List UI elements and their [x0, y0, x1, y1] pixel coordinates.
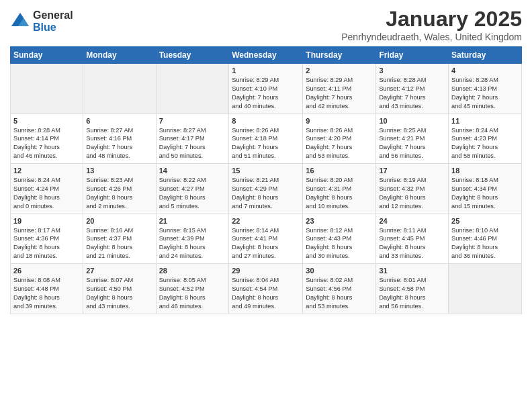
- day-info: Sunrise: 8:17 AM Sunset: 4:36 PM Dayligh…: [13, 226, 80, 261]
- day-number: 1: [232, 66, 300, 75]
- day-info: Sunrise: 8:16 AM Sunset: 4:37 PM Dayligh…: [86, 226, 152, 261]
- calendar-cell: 14Sunrise: 8:22 AM Sunset: 4:27 PM Dayli…: [156, 164, 229, 214]
- day-info: Sunrise: 8:25 AM Sunset: 4:21 PM Dayligh…: [379, 126, 445, 161]
- weekday-friday: Friday: [376, 47, 449, 64]
- calendar-cell: 10Sunrise: 8:25 AM Sunset: 4:21 PM Dayli…: [376, 113, 449, 164]
- day-info: Sunrise: 8:26 AM Sunset: 4:20 PM Dayligh…: [306, 126, 373, 161]
- calendar-cell: 30Sunrise: 8:02 AM Sunset: 4:56 PM Dayli…: [303, 264, 376, 314]
- calendar-cell: 8Sunrise: 8:26 AM Sunset: 4:18 PM Daylig…: [229, 113, 303, 164]
- day-number: 22: [232, 217, 300, 225]
- day-number: 15: [232, 167, 300, 175]
- day-info: Sunrise: 8:18 AM Sunset: 4:34 PM Dayligh…: [451, 176, 519, 211]
- weekday-monday: Monday: [83, 47, 156, 64]
- day-number: 6: [86, 117, 152, 125]
- weekday-thursday: Thursday: [303, 47, 376, 64]
- day-info: Sunrise: 8:29 AM Sunset: 4:11 PM Dayligh…: [306, 76, 373, 111]
- header: General Blue January 2025 Penrhyndeudrae…: [10, 7, 522, 42]
- day-number: 27: [86, 267, 152, 275]
- day-number: 11: [451, 117, 519, 125]
- calendar-cell: [11, 64, 83, 114]
- day-number: 18: [451, 167, 519, 175]
- calendar-week-3: 19Sunrise: 8:17 AM Sunset: 4:36 PM Dayli…: [11, 214, 522, 264]
- calendar-cell: 25Sunrise: 8:10 AM Sunset: 4:46 PM Dayli…: [449, 214, 522, 264]
- calendar-cell: 4Sunrise: 8:28 AM Sunset: 4:13 PM Daylig…: [449, 64, 522, 114]
- day-info: Sunrise: 8:24 AM Sunset: 4:24 PM Dayligh…: [13, 176, 80, 211]
- day-number: 25: [451, 217, 519, 225]
- day-info: Sunrise: 8:20 AM Sunset: 4:31 PM Dayligh…: [306, 176, 373, 211]
- day-number: 8: [232, 117, 300, 125]
- calendar-cell: 22Sunrise: 8:14 AM Sunset: 4:41 PM Dayli…: [229, 214, 303, 264]
- day-info: Sunrise: 8:28 AM Sunset: 4:13 PM Dayligh…: [451, 76, 519, 111]
- day-number: 28: [159, 267, 226, 275]
- weekday-saturday: Saturday: [449, 47, 522, 64]
- day-info: Sunrise: 8:23 AM Sunset: 4:26 PM Dayligh…: [86, 176, 152, 211]
- day-number: 13: [86, 167, 152, 175]
- day-info: Sunrise: 8:10 AM Sunset: 4:46 PM Dayligh…: [451, 226, 519, 261]
- weekday-wednesday: Wednesday: [229, 47, 303, 64]
- day-number: 21: [159, 217, 226, 225]
- day-info: Sunrise: 8:21 AM Sunset: 4:29 PM Dayligh…: [232, 176, 300, 211]
- calendar-cell: 11Sunrise: 8:24 AM Sunset: 4:23 PM Dayli…: [449, 113, 522, 164]
- day-number: 10: [379, 117, 445, 125]
- day-number: 29: [232, 267, 300, 275]
- day-info: Sunrise: 8:07 AM Sunset: 4:50 PM Dayligh…: [86, 276, 152, 311]
- calendar-cell: 20Sunrise: 8:16 AM Sunset: 4:37 PM Dayli…: [83, 214, 156, 264]
- calendar-cell: 26Sunrise: 8:08 AM Sunset: 4:48 PM Dayli…: [11, 264, 83, 314]
- calendar-cell: 5Sunrise: 8:28 AM Sunset: 4:14 PM Daylig…: [11, 113, 83, 164]
- day-number: 3: [379, 66, 445, 75]
- calendar-cell: 13Sunrise: 8:23 AM Sunset: 4:26 PM Dayli…: [83, 164, 156, 214]
- calendar-cell: 17Sunrise: 8:19 AM Sunset: 4:32 PM Dayli…: [376, 164, 449, 214]
- calendar-cell: 23Sunrise: 8:12 AM Sunset: 4:43 PM Dayli…: [303, 214, 376, 264]
- calendar-table: Sunday Monday Tuesday Wednesday Thursday…: [10, 46, 522, 314]
- logo-blue-text: Blue: [33, 21, 73, 34]
- calendar-cell: 29Sunrise: 8:04 AM Sunset: 4:54 PM Dayli…: [229, 264, 303, 314]
- day-number: 2: [306, 66, 373, 75]
- calendar-week-1: 5Sunrise: 8:28 AM Sunset: 4:14 PM Daylig…: [11, 113, 522, 164]
- day-number: 7: [159, 117, 226, 125]
- day-number: 14: [159, 167, 226, 175]
- day-number: 23: [306, 217, 373, 225]
- calendar-cell: [156, 64, 229, 114]
- day-info: Sunrise: 8:26 AM Sunset: 4:18 PM Dayligh…: [232, 126, 300, 161]
- day-number: 26: [13, 267, 80, 275]
- day-number: 30: [306, 267, 373, 275]
- day-info: Sunrise: 8:14 AM Sunset: 4:41 PM Dayligh…: [232, 226, 300, 261]
- calendar-cell: 6Sunrise: 8:27 AM Sunset: 4:16 PM Daylig…: [83, 113, 156, 164]
- day-number: 16: [306, 167, 373, 175]
- calendar-cell: 9Sunrise: 8:26 AM Sunset: 4:20 PM Daylig…: [303, 113, 376, 164]
- weekday-sunday: Sunday: [11, 47, 83, 64]
- day-number: 17: [379, 167, 445, 175]
- day-info: Sunrise: 8:11 AM Sunset: 4:45 PM Dayligh…: [379, 226, 445, 261]
- month-title: January 2025: [341, 7, 522, 32]
- page: General Blue January 2025 Penrhyndeudrae…: [0, 0, 532, 411]
- day-number: 12: [13, 167, 80, 175]
- day-info: Sunrise: 8:28 AM Sunset: 4:12 PM Dayligh…: [379, 76, 445, 111]
- logo-icon: [10, 11, 30, 32]
- day-number: 19: [13, 217, 80, 225]
- calendar-body: 1Sunrise: 8:29 AM Sunset: 4:10 PM Daylig…: [11, 64, 522, 314]
- day-info: Sunrise: 8:27 AM Sunset: 4:17 PM Dayligh…: [159, 126, 226, 161]
- calendar-cell: 21Sunrise: 8:15 AM Sunset: 4:39 PM Dayli…: [156, 214, 229, 264]
- calendar-cell: 12Sunrise: 8:24 AM Sunset: 4:24 PM Dayli…: [11, 164, 83, 214]
- calendar-cell: 15Sunrise: 8:21 AM Sunset: 4:29 PM Dayli…: [229, 164, 303, 214]
- day-number: 4: [451, 66, 519, 75]
- calendar-cell: 18Sunrise: 8:18 AM Sunset: 4:34 PM Dayli…: [449, 164, 522, 214]
- calendar-week-4: 26Sunrise: 8:08 AM Sunset: 4:48 PM Dayli…: [11, 264, 522, 314]
- day-info: Sunrise: 8:15 AM Sunset: 4:39 PM Dayligh…: [159, 226, 226, 261]
- location-subtitle: Penrhyndeudraeth, Wales, United Kingdom: [341, 32, 522, 42]
- calendar-cell: [83, 64, 156, 114]
- day-info: Sunrise: 8:02 AM Sunset: 4:56 PM Dayligh…: [306, 276, 373, 311]
- calendar-cell: 31Sunrise: 8:01 AM Sunset: 4:58 PM Dayli…: [376, 264, 449, 314]
- day-info: Sunrise: 8:29 AM Sunset: 4:10 PM Dayligh…: [232, 76, 300, 111]
- day-info: Sunrise: 8:08 AM Sunset: 4:48 PM Dayligh…: [13, 276, 80, 311]
- calendar-cell: 7Sunrise: 8:27 AM Sunset: 4:17 PM Daylig…: [156, 113, 229, 164]
- title-block: January 2025 Penrhyndeudraeth, Wales, Un…: [341, 7, 522, 42]
- day-info: Sunrise: 8:28 AM Sunset: 4:14 PM Dayligh…: [13, 126, 80, 161]
- day-info: Sunrise: 8:27 AM Sunset: 4:16 PM Dayligh…: [86, 126, 152, 161]
- day-info: Sunrise: 8:01 AM Sunset: 4:58 PM Dayligh…: [379, 276, 445, 311]
- calendar-cell: 1Sunrise: 8:29 AM Sunset: 4:10 PM Daylig…: [229, 64, 303, 114]
- day-info: Sunrise: 8:05 AM Sunset: 4:52 PM Dayligh…: [159, 276, 226, 311]
- day-number: 31: [379, 267, 445, 275]
- logo-text: General Blue: [33, 9, 73, 33]
- logo: General Blue: [10, 9, 73, 33]
